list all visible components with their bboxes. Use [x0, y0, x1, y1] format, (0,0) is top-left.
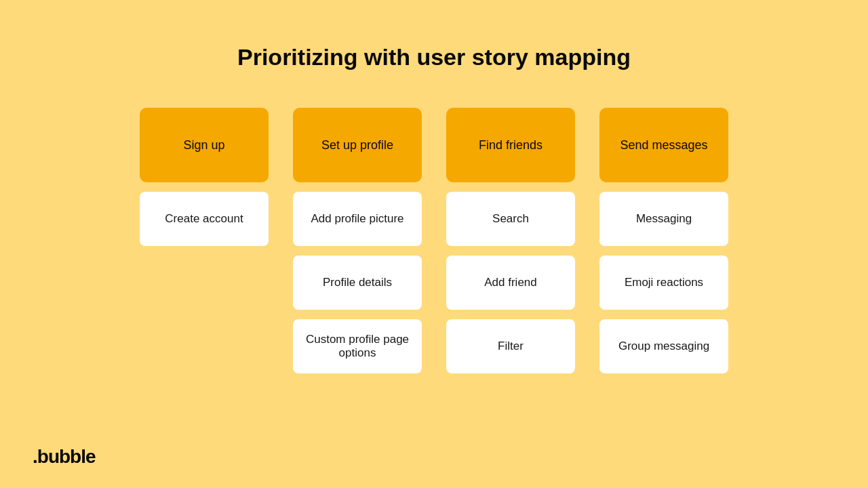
column-sign-up: Sign upCreate account — [140, 108, 269, 373]
story-card-find-friends-2[interactable]: Filter — [446, 319, 575, 373]
story-card-sign-up-0[interactable]: Create account — [140, 192, 269, 246]
story-card-send-messages-2[interactable]: Group messaging — [599, 319, 728, 373]
story-map-board: Sign upCreate accountSet up profileAdd p… — [140, 108, 728, 373]
story-card-find-friends-1[interactable]: Add friend — [446, 256, 575, 310]
story-card-send-messages-1[interactable]: Emoji reactions — [599, 256, 728, 310]
header-card-send-messages[interactable]: Send messages — [599, 108, 728, 182]
story-card-send-messages-0[interactable]: Messaging — [599, 192, 728, 246]
story-card-find-friends-0[interactable]: Search — [446, 192, 575, 246]
column-send-messages: Send messagesMessagingEmoji reactionsGro… — [599, 108, 728, 373]
header-card-find-friends[interactable]: Find friends — [446, 108, 575, 182]
header-card-set-up-profile[interactable]: Set up profile — [293, 108, 422, 182]
story-card-set-up-profile-1[interactable]: Profile details — [293, 256, 422, 310]
column-find-friends: Find friendsSearchAdd friendFilter — [446, 108, 575, 373]
story-card-set-up-profile-0[interactable]: Add profile picture — [293, 192, 422, 246]
logo: .bubble — [33, 446, 96, 468]
page-title: Prioritizing with user story mapping — [237, 44, 631, 70]
header-card-sign-up[interactable]: Sign up — [140, 108, 269, 182]
story-card-set-up-profile-2[interactable]: Custom profile page options — [293, 319, 422, 373]
column-set-up-profile: Set up profileAdd profile pictureProfile… — [293, 108, 422, 373]
